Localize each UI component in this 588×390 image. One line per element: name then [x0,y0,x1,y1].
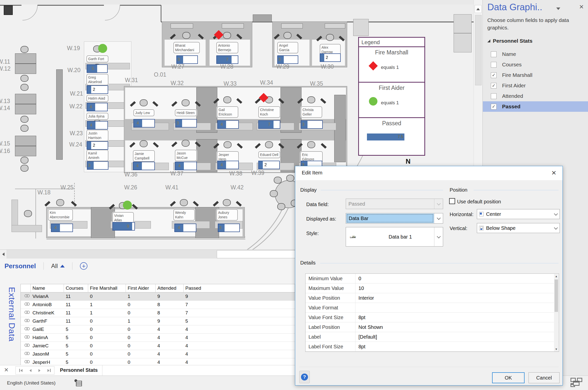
person-name-tag[interactable]: Angel Garcia [277,42,298,53]
table-row[interactable]: JasonM50044 [21,350,295,358]
dialog-close-icon[interactable]: × [552,168,556,177]
panel-menu-caret-icon[interactable] [556,7,560,10]
passed-data-bar[interactable]: 3 [176,55,198,64]
table-row[interactable]: AntonioB111087 [21,301,295,309]
details-row[interactable]: Value Format [305,303,559,313]
passed-data-bar[interactable]: 7 [258,120,280,129]
field-row-passed[interactable]: ✓Passed [483,101,588,112]
column-header[interactable]: Name [31,284,64,292]
person-name-tag[interactable]: Kim Abercrombie [48,209,73,221]
language-indicator[interactable]: English (United States) [7,380,55,386]
checkbox-checked[interactable]: ✓ [491,72,497,78]
table-row[interactable]: JamieC50044 [21,342,295,350]
passed-data-bar[interactable]: 7 [216,55,238,64]
checkbox-checked[interactable]: ✓ [491,104,497,110]
style-combo[interactable]: Label 75 Data bar 1 [346,227,443,247]
person-name-tag[interactable]: Gail Erickson [217,106,238,118]
first-aider-badge[interactable] [98,44,107,53]
details-row[interactable]: Label[Default] [305,332,559,342]
column-header[interactable]: First Aider [126,284,156,292]
add-data-source-button[interactable]: + [80,262,87,270]
passed-data-bar[interactable]: 4 [217,161,239,169]
displayed-as-combo[interactable]: Data Bar [346,213,443,224]
tab-personnel-stats[interactable]: Personnel Stats [55,365,102,376]
person-name-tag[interactable]: Christine Koch [258,106,280,118]
passed-data-bar[interactable]: 3 [175,119,197,128]
passed-data-bar[interactable]: 4 [133,119,155,128]
first-aider-badge[interactable] [123,201,132,210]
person-name-tag[interactable]: Aubury Jones [216,209,238,221]
passed-data-bar[interactable]: 3 [277,55,298,64]
switch-windows-icon[interactable] [571,378,583,389]
details-scroll-thumb[interactable] [555,279,558,312]
data-field-combo[interactable]: Passed [346,199,443,209]
passed-data-bar[interactable]: 4 [133,162,155,170]
field-group-header[interactable]: Personnel Stats [487,38,533,44]
passed-data-bar[interactable]: 3 [301,120,323,129]
previous-page-button[interactable] [29,369,31,372]
ok-button[interactable]: OK [492,372,525,383]
person-name-tag[interactable]: Garth Fort [86,55,108,62]
person-name-tag[interactable]: Christa Geller [301,106,322,118]
dropdown-button[interactable] [434,227,443,246]
passed-data-bar[interactable]: 2 [258,161,280,169]
table-row[interactable]: GarthF110195 [21,317,295,325]
table-row[interactable]: GailE50044 [21,325,295,334]
details-row[interactable]: Label PositionNot Shown [305,322,559,332]
field-row-fire-marshall[interactable]: ✓Fire Marshall [483,70,588,80]
person-name-tag[interactable]: Kamil Amireh [86,150,108,161]
details-row[interactable]: Value Font Size8pt [305,313,559,322]
passed-data-bar[interactable]: 4 [174,224,196,232]
scroll-up-arrow-icon[interactable]: ▲ [554,274,559,278]
checkbox-checked[interactable]: ✓ [491,83,497,89]
person-name-tag[interactable]: Judy Lew [133,109,154,116]
column-header[interactable]: Passed [184,284,295,292]
vertical-scroll-thumb[interactable] [475,15,482,85]
checkbox-unchecked[interactable] [491,51,497,57]
dropdown-button[interactable] [434,213,443,223]
dropdown-button[interactable] [434,199,443,209]
data-source-personnel[interactable]: Personnel [4,262,36,270]
passed-data-bar[interactable]: 2 [320,53,341,62]
horizontal-combo[interactable]: Center [477,209,560,219]
cancel-button[interactable]: Cancel [529,372,560,383]
passed-data-bar[interactable]: 3 [218,224,240,232]
use-default-position-checkbox[interactable] [449,198,455,204]
field-row-first-aider[interactable]: ✓First Aider [483,80,588,91]
person-name-tag[interactable]: Jamie Campbell [133,150,155,162]
field-row-attended[interactable]: Attended [483,91,588,101]
passed-data-bar[interactable]: 4 [51,224,73,232]
person-name-tag[interactable]: Wendy Kahn [173,209,195,221]
person-name-tag[interactable]: Bharat Mirchandani [173,42,200,53]
person-name-tag[interactable]: Jason McCue [175,150,197,161]
table-row[interactable]: ChristineK111087 [21,309,295,317]
person-name-tag[interactable]: Greg Akselrod [86,74,108,85]
passed-data-bar[interactable]: 5 [87,64,108,73]
person-name-tag[interactable]: Justin Harrison [86,130,108,141]
passed-data-bar[interactable]: 9 [112,222,135,231]
record-data-icon[interactable] [74,379,83,387]
passed-data-bar[interactable]: 3 [87,161,108,170]
dropdown-button[interactable] [552,223,560,233]
field-row-name[interactable]: Name [483,49,588,59]
details-row[interactable]: Minimum Value0 [305,274,559,283]
person-name-tag[interactable]: Eduard Dell [258,151,280,158]
details-row[interactable]: Value PositionInterior [305,293,559,303]
column-header[interactable]: Fire Marshall [88,284,126,292]
filter-dropdown[interactable]: All [51,262,65,269]
details-scrollbar[interactable]: ▲ ▼ [554,274,559,351]
person-name-tag[interactable]: Hatim Aiad [86,95,108,102]
checkbox-unchecked[interactable] [491,93,497,99]
last-page-button[interactable] [47,369,51,372]
person-name-tag[interactable]: Heidi Steen [175,109,197,116]
help-button[interactable]: ? [299,371,310,383]
legend[interactable]: Legend Fire Marshall equals 1 First Aide… [358,37,425,156]
table-row[interactable]: VivianA110199 [21,292,295,301]
details-row[interactable]: Maximum Value10 [305,283,559,293]
panel-close-icon[interactable]: × [579,2,584,11]
scroll-down-arrow-icon[interactable]: ▼ [554,347,559,351]
passed-data-bar[interactable]: 4 [87,103,108,111]
close-external-data-icon[interactable]: ✕ [4,367,8,373]
next-page-button[interactable] [38,369,40,372]
checkbox-unchecked[interactable] [491,62,497,68]
